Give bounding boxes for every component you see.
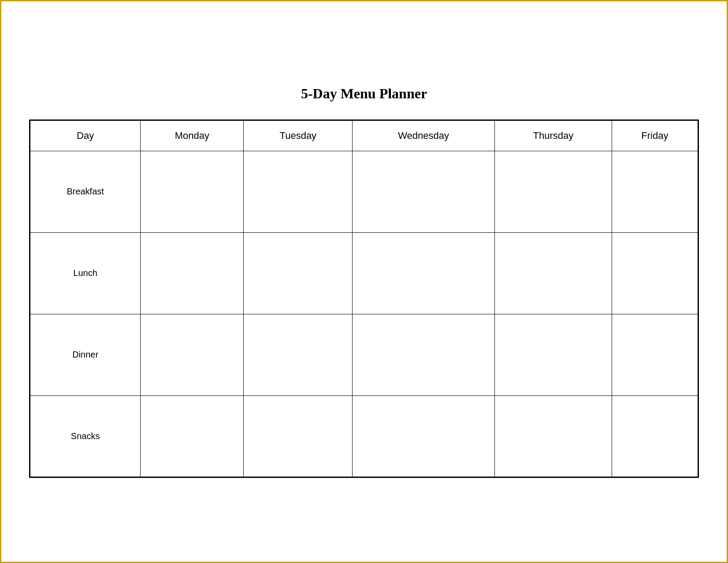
data-cell[interactable]: [244, 151, 353, 232]
table-row: Snacks: [30, 395, 698, 477]
row-label-lunch[interactable]: Lunch: [30, 232, 141, 314]
data-cell[interactable]: [244, 395, 353, 477]
data-cell[interactable]: [612, 314, 698, 395]
data-cell[interactable]: [353, 395, 495, 477]
data-cell[interactable]: [244, 314, 353, 395]
data-cell[interactable]: [141, 151, 244, 232]
planner-table: Day Monday Tuesday Wednesday Thursday Fr…: [29, 119, 699, 478]
row-label-breakfast[interactable]: Breakfast: [30, 151, 141, 232]
data-cell[interactable]: [353, 232, 495, 314]
table-row: Lunch: [30, 232, 698, 314]
col-monday: Monday: [141, 120, 244, 151]
data-cell[interactable]: [353, 151, 495, 232]
data-cell[interactable]: [494, 151, 612, 232]
page-title: 5-Day Menu Planner: [29, 86, 699, 102]
data-cell[interactable]: [141, 232, 244, 314]
page-container: 5-Day Menu Planner Day Monday Tuesday We…: [16, 68, 712, 496]
data-cell[interactable]: [353, 314, 495, 395]
table-row: Dinner: [30, 314, 698, 395]
col-friday: Friday: [612, 120, 698, 151]
table-row: Breakfast: [30, 151, 698, 232]
row-label-dinner[interactable]: Dinner: [30, 314, 141, 395]
col-wednesday: Wednesday: [353, 120, 495, 151]
data-cell[interactable]: [494, 232, 612, 314]
data-cell[interactable]: [612, 151, 698, 232]
data-cell[interactable]: [612, 395, 698, 477]
data-cell[interactable]: [141, 314, 244, 395]
data-cell[interactable]: [244, 232, 353, 314]
data-cell[interactable]: [141, 395, 244, 477]
header-row: Day Monday Tuesday Wednesday Thursday Fr…: [30, 120, 698, 151]
col-tuesday: Tuesday: [244, 120, 353, 151]
row-label-snacks[interactable]: Snacks: [30, 395, 141, 477]
data-cell[interactable]: [494, 314, 612, 395]
data-cell[interactable]: [494, 395, 612, 477]
col-day: Day: [30, 120, 141, 151]
col-thursday: Thursday: [494, 120, 612, 151]
data-cell[interactable]: [612, 232, 698, 314]
